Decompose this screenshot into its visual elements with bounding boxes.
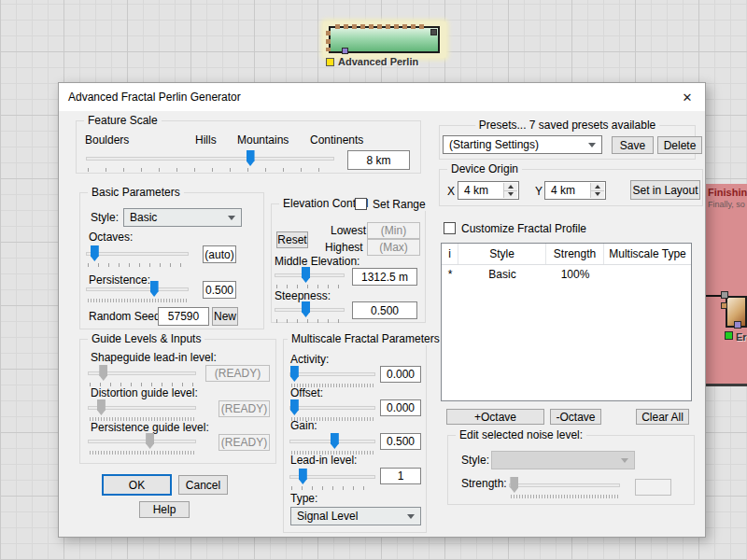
activity-thumb[interactable] (290, 366, 299, 382)
customize-profile-label: Customize Fractal Profile (461, 223, 586, 235)
shapeguide-value: (READY) (205, 365, 270, 382)
steepness-value[interactable]: 0.500 (352, 301, 417, 319)
highest-field: (Max) (367, 239, 420, 256)
persistence-slider[interactable] (86, 281, 189, 302)
activity-slider[interactable] (289, 366, 375, 387)
feature-scale-value[interactable]: 8 km (347, 150, 410, 170)
ok-button[interactable]: OK (102, 474, 172, 496)
fractal-profile-table[interactable]: i Style Strength Multiscale Type * Basic… (441, 243, 692, 401)
spin-up-icon[interactable] (504, 183, 517, 190)
feature-scale-slider[interactable] (86, 150, 334, 172)
chevron-down-icon (588, 143, 596, 147)
gain-value[interactable]: 0.500 (380, 433, 421, 450)
random-seed-label: Random Seed: (89, 311, 163, 323)
guide-levels-title: Guide Levels & Inputs (88, 333, 204, 345)
style-combo[interactable]: Basic (123, 208, 242, 227)
cancel-button[interactable]: Cancel (178, 475, 228, 495)
octaves-thumb[interactable] (91, 245, 99, 261)
middle-elevation-slider[interactable] (275, 267, 345, 288)
steepness-slider[interactable] (275, 301, 345, 323)
offset-thumb[interactable] (290, 399, 299, 415)
activity-value[interactable]: 0.000 (380, 366, 421, 383)
table-header: i Style Strength Multiscale Type (442, 244, 691, 265)
feature-scale-thumb[interactable] (247, 150, 255, 166)
erode-port-purple[interactable] (734, 321, 741, 329)
node-preview-icon[interactable] (326, 58, 334, 66)
octaves-value[interactable]: (auto) (203, 245, 236, 263)
noise-strength-value (635, 479, 671, 496)
device-origin-title: Device Origin (447, 163, 522, 175)
customize-profile-checkbox[interactable] (444, 222, 456, 234)
node-left-ports[interactable] (326, 31, 331, 51)
activity-label: Activity: (290, 354, 329, 366)
finishing-group-subtitle: Finally, so (708, 199, 745, 211)
add-octave-button[interactable]: +Octave (446, 409, 544, 425)
shapeguide-slider (88, 365, 196, 386)
node-port-dark[interactable] (430, 29, 437, 35)
middle-elevation-value[interactable]: 1312.5 m (352, 268, 417, 286)
help-button[interactable]: Help (139, 501, 190, 518)
spin-down-icon[interactable] (591, 190, 604, 199)
col-style: Style (458, 244, 546, 264)
spin-down-icon[interactable] (504, 190, 517, 199)
distortion-guide-label: Distortion guide level: (91, 387, 198, 399)
steepness-thumb[interactable] (302, 301, 310, 317)
node-input-ports[interactable] (335, 24, 425, 29)
finishing-group-title: Finishing (708, 187, 747, 199)
set-in-layout-button[interactable]: Set in Layout (630, 180, 700, 200)
noise-strength-slider (509, 477, 620, 498)
gain-slider[interactable] (289, 433, 375, 455)
leadin-value[interactable]: 1 (380, 468, 421, 484)
highest-label: Highest (325, 242, 363, 254)
presets-combo[interactable]: (Starting Settings) (443, 135, 602, 154)
offset-label: Offset: (290, 387, 323, 399)
gain-thumb[interactable] (331, 433, 339, 449)
origin-x-spinner[interactable]: 4 km (458, 181, 519, 200)
persistence-thumb[interactable] (150, 281, 159, 297)
chevron-down-icon (228, 216, 235, 220)
distortion-guide-thumb (97, 399, 106, 415)
device-origin-group: Device Origin X 4 km Y 4 km Set in Layou… (439, 169, 703, 206)
delete-preset-button[interactable]: Delete (657, 136, 702, 154)
offset-slider[interactable] (289, 399, 375, 421)
offset-value[interactable]: 0.000 (380, 399, 421, 416)
style-label: Style: (91, 212, 119, 224)
sub-octave-button[interactable]: -Octave (550, 409, 601, 425)
distortion-guide-slider (88, 399, 196, 421)
save-preset-button[interactable]: Save (612, 136, 654, 154)
erode-status-icon[interactable] (725, 331, 733, 340)
origin-y-spinner[interactable]: 4 km (544, 181, 606, 200)
finishing-group[interactable]: Finishing Finally, so (705, 184, 747, 386)
type-combo[interactable]: Signal Level (290, 507, 421, 525)
new-seed-button[interactable]: New (212, 307, 238, 326)
shapeguide-label: Shapeguide lead-in level: (91, 352, 217, 364)
leadin-thumb[interactable] (299, 469, 307, 484)
reset-button[interactable]: Reset (276, 231, 308, 248)
noise-strength-thumb (510, 477, 518, 493)
noise-strength-label: Strength: (461, 478, 507, 490)
node-port-purple[interactable] (342, 48, 348, 54)
col-strength: Strength (546, 244, 604, 264)
presets-title: Presets... 7 saved presets available (475, 119, 659, 132)
erode-node-label: Eros (736, 331, 747, 343)
persistence-guide-value: (READY) (218, 434, 270, 451)
erode-port-gray[interactable] (721, 291, 728, 299)
set-range-checkbox[interactable] (355, 198, 367, 210)
noise-style-combo (491, 451, 635, 469)
random-seed-field[interactable]: 57590 (158, 307, 209, 326)
octaves-slider[interactable] (86, 245, 189, 267)
clear-all-button[interactable]: Clear All (636, 409, 689, 425)
middle-elevation-thumb[interactable] (302, 267, 310, 283)
origin-y-label: Y (535, 186, 543, 198)
edit-noise-group: Edit selected noise level: Style: Streng… (447, 435, 695, 505)
type-label: Type: (290, 493, 317, 505)
guide-levels-group: Guide Levels & Inputs Shapeguide lead-in… (79, 339, 276, 464)
erode-port-tan[interactable] (721, 302, 727, 309)
table-row[interactable]: * Basic 100% (442, 265, 691, 284)
dialog-titlebar: Advanced Fractal Perlin Generator ✕ (59, 83, 705, 111)
close-icon[interactable]: ✕ (669, 83, 705, 111)
persistence-guide-slider (88, 433, 196, 455)
spin-up-icon[interactable] (591, 183, 604, 190)
persistence-value[interactable]: 0.500 (203, 281, 236, 299)
leadin-slider[interactable] (289, 469, 375, 490)
